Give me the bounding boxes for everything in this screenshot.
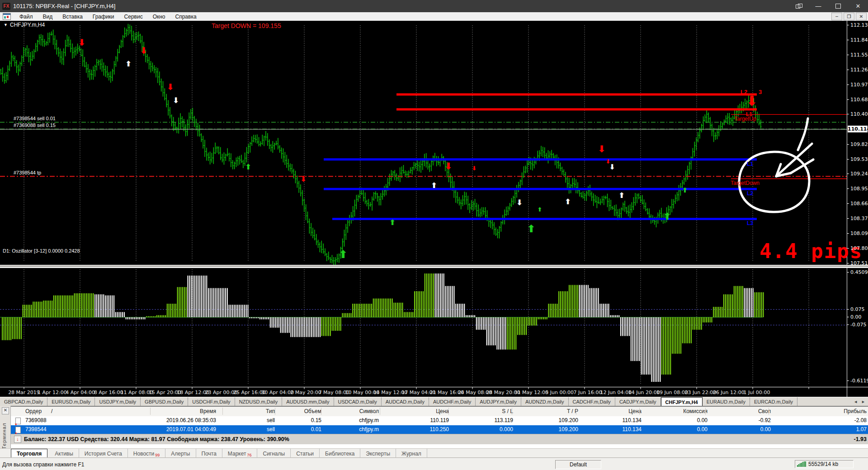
symbol-tab-EURAUD.m,Daily[interactable]: EURAUD.m,Daily bbox=[703, 397, 750, 406]
terminal-tab-Журнал[interactable]: Журнал bbox=[396, 449, 427, 458]
symbol-tab-GBPUSD.m,Daily[interactable]: GBPUSD.m,Daily bbox=[141, 397, 188, 406]
oscillator-bar bbox=[634, 317, 635, 361]
oscillator-bar bbox=[742, 286, 743, 317]
oscillator-bar bbox=[108, 296, 109, 317]
terminal-tab-Маркет[interactable]: Маркет76 bbox=[222, 449, 258, 458]
tab-scroll-right-icon[interactable]: ► bbox=[861, 400, 865, 404]
cell-symbol: chfjpy.m bbox=[359, 426, 379, 432]
window-minimize-button[interactable]: — bbox=[808, 0, 828, 12]
oscillator-bar bbox=[471, 315, 472, 317]
oscillator-bar bbox=[296, 317, 297, 337]
column-header-Прибыль[interactable]: Прибыль bbox=[844, 408, 867, 414]
terminal-tab-Новости[interactable]: Новости99 bbox=[128, 449, 165, 458]
column-header-Тип[interactable]: Тип bbox=[266, 408, 275, 414]
menu-Справка[interactable]: Справка bbox=[170, 13, 202, 21]
oscillator-bar bbox=[504, 317, 505, 349]
column-header-Ордер[interactable]: Ордер bbox=[25, 408, 42, 414]
symbol-tab-GBPCAD.m,Daily[interactable]: GBPCAD.m,Daily bbox=[0, 397, 47, 406]
red-down-arrow-icon: ⬇ bbox=[78, 38, 86, 47]
symbol-tab-EURCAD.m,Daily[interactable]: EURCAD.m,Daily bbox=[750, 397, 797, 406]
menu-Сервис[interactable]: Сервис bbox=[119, 13, 148, 21]
symbol-tab-AUDCAD.m,Daily[interactable]: AUDCAD.m,Daily bbox=[382, 397, 429, 406]
oscillator-bar bbox=[358, 304, 359, 317]
oscillator-bar bbox=[217, 288, 217, 317]
window-restore-button[interactable] bbox=[828, 0, 848, 12]
column-header-Символ[interactable]: Символ bbox=[359, 408, 379, 414]
terminal-tab-Почта[interactable]: Почта bbox=[196, 449, 222, 458]
oscillator-bar bbox=[704, 317, 705, 323]
oscillator-bar bbox=[522, 317, 523, 335]
chart-window-icon[interactable] bbox=[3, 13, 11, 20]
oscillator-bar bbox=[491, 317, 492, 345]
symbol-tab-CADCHF.m,Daily[interactable]: CADCHF.m,Daily bbox=[569, 397, 615, 406]
profile-selector[interactable]: Default bbox=[555, 460, 601, 469]
oscillator-bar bbox=[498, 317, 499, 349]
column-header-Время[interactable]: Время bbox=[200, 408, 216, 414]
column-header-T / P[interactable]: T / P bbox=[567, 408, 578, 414]
terminal-tab-Сигналы[interactable]: Сигналы bbox=[257, 449, 291, 458]
oscillator-bar bbox=[96, 294, 97, 317]
oscillator-bar bbox=[436, 273, 437, 317]
pane-resize-separator[interactable] bbox=[0, 265, 868, 268]
oscillator-bar bbox=[325, 317, 326, 336]
terminal-tab-Торговля[interactable]: Торговля bbox=[11, 449, 47, 458]
oscillator-bar bbox=[126, 317, 127, 320]
tab-scroll-left-icon[interactable]: ◄ bbox=[854, 400, 858, 404]
symbol-tab-AUDJPY.m,Daily[interactable]: AUDJPY.m,Daily bbox=[476, 397, 521, 406]
symbol-tab-EURUSD.m,Daily[interactable]: EURUSD.m,Daily bbox=[47, 397, 95, 406]
oscillator-bar bbox=[538, 317, 539, 320]
window-layers-button[interactable] bbox=[788, 0, 808, 12]
terminal-tab-Статьи[interactable]: Статьи bbox=[291, 449, 320, 458]
chart-window[interactable]: 28 Mar 20191 Apr 12:004 Apr 04:008 Apr 1… bbox=[0, 21, 868, 397]
column-header-Цена[interactable]: Цена bbox=[436, 408, 449, 414]
child-close-button[interactable]: ✕ bbox=[856, 13, 867, 20]
oscillator-bar bbox=[289, 317, 290, 333]
symbol-tab-AUDCHF.m,Daily[interactable]: AUDCHF.m,Daily bbox=[429, 397, 476, 406]
child-restore-button[interactable]: ❐ bbox=[844, 13, 854, 20]
terminal-tab-Алерты[interactable]: Алерты bbox=[165, 449, 196, 458]
symbol-tab-CADJPY.m,Daily[interactable]: CADJPY.m,Daily bbox=[615, 397, 661, 406]
symbol-tab-AUDNZD.m,Daily[interactable]: AUDNZD.m,Daily bbox=[521, 397, 569, 406]
menu-Окно[interactable]: Окно bbox=[148, 13, 170, 21]
terminal-tab-Библиотека[interactable]: Библиотека bbox=[320, 449, 360, 458]
oscillator-bar bbox=[388, 298, 389, 317]
oscillator-bar bbox=[36, 301, 37, 317]
terminal-tab-Эксперты[interactable]: Эксперты bbox=[360, 449, 396, 458]
child-minimize-button[interactable]: ‒ bbox=[831, 13, 842, 20]
symbol-tab-USDCHF.m,Daily[interactable]: USDCHF.m,Daily bbox=[188, 397, 235, 406]
oscillator-bar bbox=[79, 293, 80, 317]
order-row-7369088[interactable]: 73690882019.06.26 08:35:03sell0.15chfjpy… bbox=[10, 416, 868, 425]
symbol-tab-NZDUSD.m,Daily[interactable]: NZDUSD.m,Daily bbox=[235, 397, 283, 406]
oscillator-bar bbox=[330, 317, 331, 336]
column-header-Объем[interactable]: Объем bbox=[304, 408, 321, 414]
oscillator-bar bbox=[631, 317, 632, 361]
menu-Вставка[interactable]: Вставка bbox=[57, 13, 88, 21]
oscillator-bar bbox=[478, 317, 479, 330]
terminal-tab-История Счета[interactable]: История Счета bbox=[79, 449, 128, 458]
oscillator-bar bbox=[62, 296, 63, 317]
symbol-tab-CHFJPY.m,H4[interactable]: CHFJPY.m,H4 bbox=[661, 397, 703, 406]
menu-Файл[interactable]: Файл bbox=[14, 13, 38, 21]
oscillator-axis-label: 0.075 bbox=[850, 306, 865, 312]
menu-Вид[interactable]: Вид bbox=[38, 13, 58, 21]
terminal-close-button[interactable]: ✕ bbox=[2, 407, 9, 414]
oscillator-bar bbox=[186, 287, 187, 317]
order-row-7398544[interactable]: 73985442019.07.01 04:00:49sell0.01chfjpy… bbox=[10, 425, 868, 434]
symbol-dropdown-icon[interactable]: ▼ bbox=[4, 23, 8, 27]
oscillator-bar bbox=[536, 317, 537, 325]
time-axis-label: 5 Jun 00:00 bbox=[545, 390, 574, 395]
oscillator-bar bbox=[443, 273, 444, 317]
terminal-tab-Активы[interactable]: Активы bbox=[49, 449, 79, 458]
window-close-button[interactable]: ✕ bbox=[848, 0, 868, 12]
oscillator-bar bbox=[361, 304, 362, 317]
price-chart-canvas[interactable]: 28 Mar 20191 Apr 12:004 Apr 04:008 Apr 1… bbox=[0, 21, 868, 397]
oscillator-bar bbox=[393, 303, 394, 317]
price-axis-label: 110.975 bbox=[850, 82, 868, 88]
menu-Графики[interactable]: Графики bbox=[88, 13, 119, 21]
column-header-Комиссия[interactable]: Комиссия bbox=[683, 408, 708, 414]
symbol-tab-AUDUSD.mm,Daily[interactable]: AUDUSD.mm,Daily bbox=[282, 397, 334, 406]
symbol-tab-USDJPY.m,Daily[interactable]: USDJPY.m,Daily bbox=[95, 397, 141, 406]
symbol-tab-USDCAD.m,Daily[interactable]: USDCAD.m,Daily bbox=[334, 397, 382, 406]
oscillator-bar bbox=[31, 305, 32, 317]
price-axis[interactable]: 112.130111.840111.555111.265110.975110.6… bbox=[847, 21, 868, 397]
